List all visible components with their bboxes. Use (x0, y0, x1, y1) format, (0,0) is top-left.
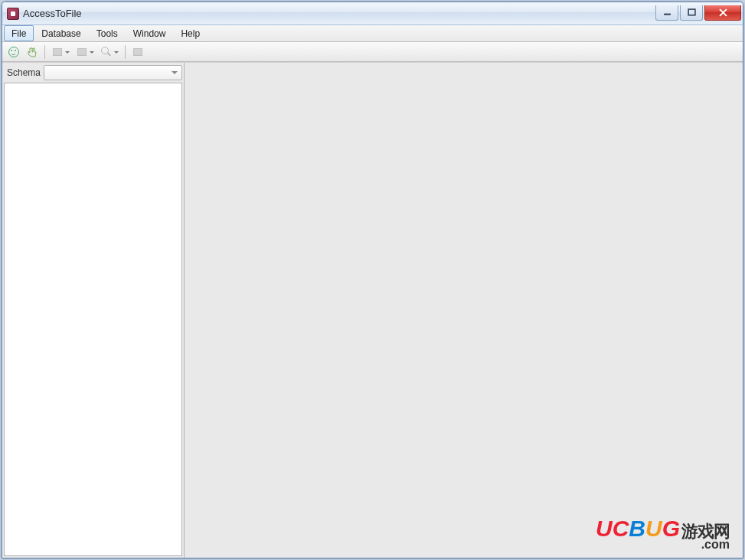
window-controls (655, 5, 741, 21)
main-workspace (185, 63, 743, 558)
box-icon (77, 48, 87, 56)
box-icon (53, 48, 62, 56)
toolbar-connect-button[interactable] (5, 44, 22, 60)
app-icon (7, 8, 19, 20)
maximize-icon (688, 8, 696, 17)
maximize-button[interactable] (680, 5, 703, 21)
hand-icon (27, 47, 38, 57)
close-button[interactable] (704, 5, 741, 21)
menu-window[interactable]: Window (126, 25, 174, 41)
toolbar-query-dropdown[interactable] (98, 44, 121, 60)
toolbar-export-dropdown[interactable] (49, 44, 72, 60)
schema-row: Schema (4, 64, 182, 81)
menu-file[interactable]: File (4, 25, 34, 41)
toolbar-separator (44, 45, 45, 59)
toolbar (2, 42, 743, 62)
toolbar-wizard-button[interactable] (24, 44, 41, 60)
window-title: AccessToFile (23, 8, 655, 19)
menubar: File Database Tools Window Help (2, 25, 743, 42)
application-window: AccessToFile File Database Tools Window … (2, 2, 743, 558)
client-area: Schema (2, 62, 743, 558)
svg-rect-0 (664, 13, 671, 15)
face-icon (8, 47, 19, 57)
schema-label: Schema (4, 67, 41, 78)
sidebar: Schema (2, 63, 185, 558)
menu-tools[interactable]: Tools (89, 25, 126, 41)
svg-rect-1 (688, 9, 695, 15)
minimize-button[interactable] (655, 5, 678, 21)
close-icon (719, 8, 727, 17)
titlebar[interactable]: AccessToFile (2, 2, 743, 25)
menu-database[interactable]: Database (34, 25, 88, 41)
menu-help[interactable]: Help (173, 25, 207, 41)
toolbar-run-button[interactable] (129, 44, 146, 60)
schema-dropdown[interactable] (44, 65, 182, 80)
box-icon (133, 48, 142, 56)
minimize-icon (663, 8, 671, 17)
toolbar-import-dropdown[interactable] (74, 44, 96, 60)
schema-tree-panel[interactable] (4, 83, 182, 556)
magnifier-icon (101, 47, 112, 57)
toolbar-separator (125, 45, 126, 59)
